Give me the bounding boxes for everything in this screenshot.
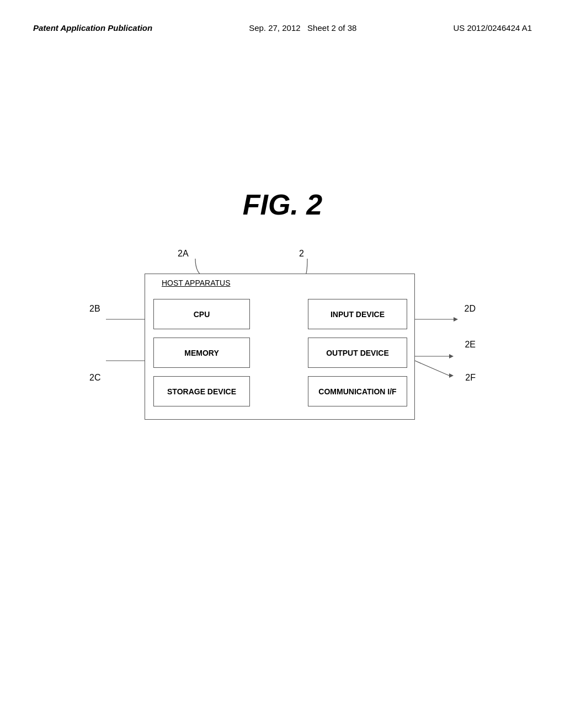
label-2d: 2D (465, 304, 476, 314)
storage-device-box: STORAGE DEVICE (153, 376, 250, 406)
figure-title: FIG. 2 (0, 188, 565, 221)
label-2f: 2F (465, 373, 476, 383)
label-2: 2 (299, 249, 304, 259)
publication-label: Patent Application Publication (33, 22, 152, 34)
svg-marker-7 (449, 354, 454, 358)
host-apparatus-label: HOST APPARATUS (162, 279, 230, 287)
cpu-box: CPU (153, 299, 250, 329)
date-sheet-label: Sep. 27, 2012 Sheet 2 of 38 (249, 22, 356, 34)
label-2a: 2A (178, 249, 189, 259)
patent-number-label: US 2012/0246424 A1 (453, 22, 532, 34)
memory-box: MEMORY (153, 338, 250, 368)
label-2b: 2B (89, 304, 100, 314)
svg-line-8 (415, 361, 449, 376)
communication-if-box: COMMUNICATION I/F (308, 376, 407, 406)
label-2e: 2E (465, 340, 476, 350)
label-2c: 2C (89, 373, 100, 383)
page-header: Patent Application Publication Sep. 27, … (0, 0, 565, 45)
svg-marker-5 (454, 317, 458, 322)
svg-marker-9 (449, 373, 454, 378)
output-device-box: OUTPUT DEVICE (308, 338, 407, 368)
input-device-box: INPUT DEVICE (308, 299, 407, 329)
diagram-container: 2A 2 2B 2C 2D 2E 2F HOST APPARATUS CPU M… (89, 243, 476, 431)
host-apparatus-box: HOST APPARATUS CPU MEMORY STORAGE DEVICE… (145, 274, 415, 420)
